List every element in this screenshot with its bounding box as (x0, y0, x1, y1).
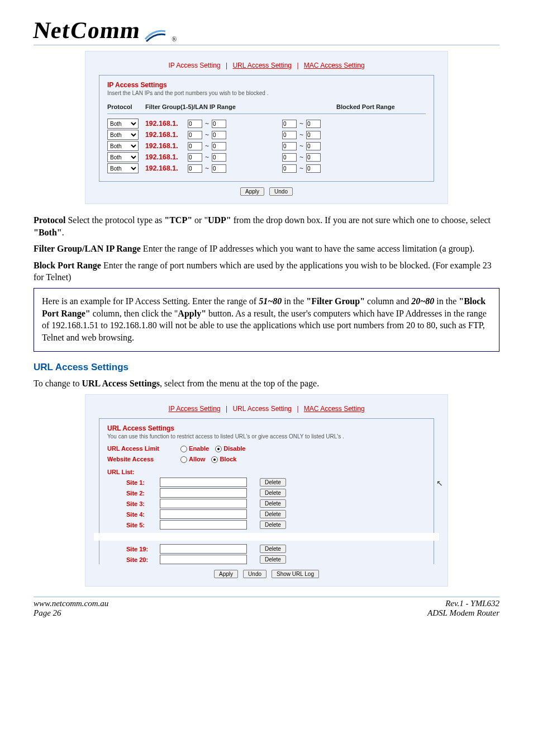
range-separator: ~ (299, 131, 303, 139)
url-row: Site 20: Delete (107, 555, 426, 564)
url-settings-fieldset: URL Access Settings You can use this fun… (99, 418, 434, 564)
ip-end-input[interactable] (212, 131, 226, 139)
delete-button[interactable]: Delete (260, 489, 286, 497)
ip-start-input[interactable] (188, 153, 202, 162)
radio-block[interactable] (211, 456, 218, 463)
tab-ip-access[interactable]: IP Access Setting (168, 62, 220, 69)
brand-header: NetComm ® (34, 17, 499, 45)
header-protocol: Protocol (107, 103, 145, 110)
footer-rev: Rev.1 - YML632 (427, 599, 499, 608)
ip-prefix: 192.168.1. (145, 120, 188, 127)
port-end-input[interactable] (306, 120, 321, 128)
port-start-input[interactable] (282, 131, 297, 139)
url-row: Site 5: Delete (107, 520, 426, 530)
site-label: Site 3: (126, 500, 160, 507)
url-row: Site 3: Delete (107, 499, 426, 508)
ip-settings-title: IP Access Settings (107, 81, 426, 89)
range-separator: ~ (205, 120, 209, 127)
undo-button[interactable]: Undo (269, 187, 293, 196)
ip-prefix: 192.168.1. (145, 153, 188, 161)
url-settings-title: URL Access Settings (107, 424, 426, 432)
url-apply-button[interactable]: Apply (214, 570, 238, 578)
ip-settings-subtitle: Insert the LAN IPs and the port numbers … (107, 90, 426, 96)
protocol-select[interactable]: Both (107, 119, 139, 129)
ip-start-input[interactable] (188, 164, 202, 173)
header-filter: Filter Group(1-5)/LAN IP Range (145, 103, 268, 110)
ip-end-input[interactable] (212, 164, 226, 173)
ip-row: Both 192.168.1. ~ ~ (107, 119, 426, 129)
ip-start-input[interactable] (188, 142, 202, 150)
port-end-input[interactable] (306, 153, 321, 162)
tab-ip-access-2[interactable]: IP Access Setting (168, 405, 220, 413)
delete-button[interactable]: Delete (260, 510, 286, 518)
range-separator: ~ (299, 142, 303, 150)
range-separator: ~ (299, 153, 303, 161)
port-end-input[interactable] (306, 131, 321, 139)
url-row: Site 2: Delete (107, 488, 426, 498)
site-url-input[interactable] (160, 499, 247, 508)
radio-enable[interactable] (180, 446, 187, 452)
url-access-limit-label: URL Access Limit (107, 445, 174, 452)
protocol-select[interactable]: Both (107, 163, 139, 173)
ip-start-input[interactable] (188, 131, 202, 139)
ip-end-input[interactable] (212, 153, 226, 162)
tab-mac-access[interactable]: MAC Access Setting (304, 62, 365, 69)
site-url-input[interactable] (160, 520, 247, 530)
site-url-input[interactable] (160, 544, 247, 554)
url-row: Site 19: Delete (107, 544, 426, 554)
port-end-input[interactable] (306, 142, 321, 150)
ip-row: Both 192.168.1. ~ ~ (107, 130, 426, 140)
port-start-input[interactable] (282, 153, 297, 162)
apply-button[interactable]: Apply (240, 187, 264, 196)
radio-disable[interactable] (215, 446, 222, 452)
site-url-input[interactable] (160, 478, 247, 487)
delete-button[interactable]: Delete (260, 555, 286, 564)
list-gap (94, 533, 439, 541)
filter-paragraph: Filter Group/LAN IP Range Enter the rang… (34, 243, 499, 255)
block-paragraph: Block Port Range Enter the range of port… (34, 259, 499, 284)
delete-button[interactable]: Delete (260, 478, 286, 486)
ip-end-input[interactable] (212, 142, 226, 150)
delete-button[interactable]: Delete (260, 499, 286, 508)
site-label: Site 20: (126, 556, 160, 563)
site-url-input[interactable] (160, 509, 247, 519)
footer-product: ADSL Modem Router (427, 608, 499, 618)
page-footer: www.netcomm.com.au Page 26 Rev.1 - YML63… (34, 597, 499, 618)
ip-settings-fieldset: IP Access Settings Insert the LAN IPs an… (99, 75, 434, 182)
range-separator: ~ (205, 164, 209, 172)
tab-url-access[interactable]: URL Access Setting (232, 62, 292, 69)
radio-allow[interactable] (180, 456, 187, 463)
delete-button[interactable]: Delete (260, 545, 286, 553)
tab-mac-access-2[interactable]: MAC Access Setting (304, 405, 365, 413)
protocol-select[interactable]: Both (107, 130, 139, 140)
protocol-select[interactable]: Both (107, 152, 139, 162)
website-access-label: Website Access (107, 456, 174, 462)
registered-mark: ® (172, 35, 177, 44)
protocol-paragraph: Protocol Select the protocol type as "TC… (34, 214, 499, 238)
brand-logo-text: NetComm (32, 17, 142, 44)
port-start-input[interactable] (282, 142, 297, 150)
ip-start-input[interactable] (188, 120, 202, 128)
site-label: Site 1: (126, 479, 160, 486)
ip-row: Both 192.168.1. ~ ~ (107, 163, 426, 173)
port-start-input[interactable] (282, 164, 297, 173)
ip-end-input[interactable] (212, 120, 226, 128)
port-start-input[interactable] (282, 120, 297, 128)
tab-url-access-2[interactable]: URL Access Setting (232, 405, 292, 413)
url-row: Site 1: Delete (107, 478, 426, 487)
range-separator: ~ (205, 131, 209, 139)
port-end-input[interactable] (306, 164, 321, 173)
ip-row: Both 192.168.1. ~ ~ (107, 141, 426, 151)
url-undo-button[interactable]: Undo (243, 570, 266, 578)
ip-access-panel: IP Access Setting | URL Access Setting |… (85, 51, 448, 204)
delete-button[interactable]: Delete (260, 521, 286, 529)
range-separator: ~ (205, 142, 209, 150)
site-url-input[interactable] (160, 488, 247, 498)
site-url-input[interactable] (160, 555, 247, 564)
protocol-select[interactable]: Both (107, 141, 139, 151)
brand-swoosh-icon (144, 28, 167, 44)
site-label: Site 19: (126, 546, 160, 552)
url-section-heading: URL Access Settings (34, 362, 499, 373)
show-url-log-button[interactable]: Show URL Log (272, 570, 319, 578)
body-content: Protocol Select the protocol type as "TC… (34, 214, 499, 390)
